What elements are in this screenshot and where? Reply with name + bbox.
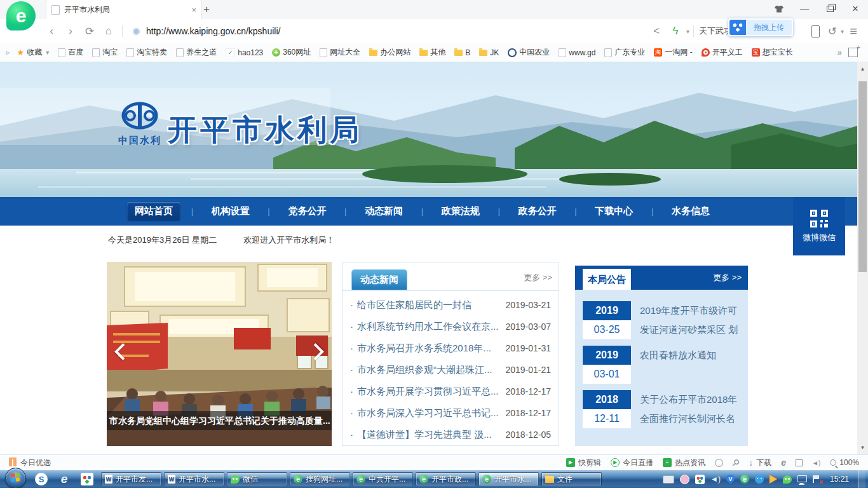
- page-scrollbar[interactable]: ▲ ▼: [857, 62, 868, 454]
- taskbar-clock[interactable]: 15:21: [830, 475, 849, 484]
- bookmark-item[interactable]: 中国农业: [508, 47, 550, 58]
- sogou-icon[interactable]: S: [35, 473, 48, 485]
- daily-picks-button[interactable]: 今日优选: [9, 458, 51, 468]
- nav-item-policies[interactable]: 政策法规: [434, 202, 487, 220]
- collapse-icon[interactable]: ▹: [6, 48, 10, 57]
- reload-button[interactable]: ⟳: [80, 22, 99, 41]
- bookmark-item[interactable]: 广东专业: [604, 47, 645, 58]
- messenger-tray-icon[interactable]: [755, 475, 764, 484]
- news-row[interactable]: ·市水务局深入学习习近平总书记... 2018-12-17: [350, 402, 551, 424]
- minimize-button[interactable]: —: [792, 0, 817, 18]
- taskbar-item-browser2[interactable]: e中共开平...: [353, 472, 413, 486]
- site-info-icon[interactable]: [133, 28, 140, 35]
- news-row[interactable]: ·给市区住家船居民的一封信 2019-03-21: [350, 294, 551, 316]
- bookmark-item[interactable]: B: [454, 48, 470, 57]
- bookmark-item[interactable]: 办公网站: [369, 47, 410, 58]
- address-bar[interactable]: [126, 25, 647, 37]
- notice-item[interactable]: 2019 03-01 农田春耕放水通知: [583, 346, 740, 384]
- start-button[interactable]: [5, 468, 26, 488]
- news-link-text[interactable]: 【道德讲堂】学习先进典型 汲...: [357, 429, 492, 440]
- 360-browser-tray-icon[interactable]: e: [740, 475, 749, 484]
- close-button[interactable]: ×: [843, 0, 868, 18]
- bookmark-item[interactable]: 淘宝特卖: [126, 47, 167, 58]
- nav-item-downloads[interactable]: 下载中心: [587, 202, 641, 220]
- bookmark-item[interactable]: 网址大全: [320, 47, 360, 58]
- quick-edit-button[interactable]: ▶快剪辑: [566, 458, 601, 468]
- news-row[interactable]: ·【道德讲堂】学习先进典型 汲... 2018-12-05: [350, 424, 551, 445]
- scrollbar-thumb[interactable]: [858, 81, 867, 272]
- bookmark-item[interactable]: www.gd: [559, 48, 595, 57]
- share-icon[interactable]: <: [647, 22, 666, 41]
- news-link-text[interactable]: 水利系统节约用水工作会议在京...: [357, 321, 499, 332]
- bookmark-item[interactable]: 宝想宝宝长: [752, 47, 793, 58]
- photo-carousel[interactable]: 市水务局党组中心组学习习近平总书记关于推动高质量...: [107, 262, 332, 446]
- undo-button[interactable]: ↺: [825, 22, 839, 41]
- news-link-text[interactable]: 市水务局深入学习习近平总书记...: [357, 407, 499, 418]
- volume-icon[interactable]: ◄): [710, 475, 721, 484]
- carousel-caption[interactable]: 市水务局党组中心组学习习近平总书记关于推动高质量...: [107, 411, 332, 430]
- browser-tab[interactable]: 开平市水利局 ×: [46, 0, 202, 19]
- bookmark-item[interactable]: 养生之道: [176, 47, 217, 58]
- speaker-icon[interactable]: ◄): [812, 459, 820, 466]
- home-button[interactable]: ⌂: [99, 22, 118, 41]
- network-icon[interactable]: [797, 475, 807, 482]
- bookmark-item[interactable]: 开平义工: [702, 47, 743, 58]
- ie-mode-icon[interactable]: e: [781, 458, 786, 468]
- taskbar-item-doc2[interactable]: W开平市水...: [164, 472, 224, 486]
- bookmark-item[interactable]: 其他: [419, 47, 445, 58]
- theme-button[interactable]: [766, 0, 792, 18]
- notice-item[interactable]: 2018 12-11 关于公布开平市2018年 全面推行河长制河长名: [583, 390, 740, 428]
- weibo-wechat-panel[interactable]: 微博微信: [793, 197, 845, 255]
- notice-link[interactable]: 2019年度开平市级许可 发证河道河砂禁采区 划: [640, 301, 738, 339]
- security-shield-icon[interactable]: V: [726, 475, 735, 484]
- notice-link[interactable]: 关于公布开平市2018年 全面推行河长制河长名: [640, 390, 737, 428]
- tab-notices[interactable]: 本局公告: [583, 269, 631, 290]
- pin-icon[interactable]: ⚲: [730, 457, 742, 469]
- new-tab-button[interactable]: +: [198, 2, 215, 17]
- taskbar-item-browser1[interactable]: e搜狗网址...: [290, 472, 350, 486]
- menu-button[interactable]: ≡: [844, 22, 863, 41]
- download-button[interactable]: ↓下载: [749, 458, 771, 468]
- taskbar-item-browser-active[interactable]: e开平市水...: [478, 472, 539, 486]
- 360-tray-icon[interactable]: [695, 475, 705, 484]
- taskbar-item-wechat[interactable]: 微信: [227, 472, 287, 486]
- bookmark-item[interactable]: 淘宝: [92, 47, 118, 58]
- favorites-button[interactable]: ★ 收藏 ▾: [17, 47, 50, 58]
- nav-item-water-info[interactable]: 水务信息: [664, 202, 717, 220]
- lightning-icon[interactable]: ϟ: [666, 22, 685, 41]
- notice-more-link[interactable]: 更多 >>: [713, 272, 742, 283]
- browser-logo[interactable]: e: [6, 1, 36, 30]
- news-more-link[interactable]: 更多 >>: [524, 272, 552, 283]
- drag-upload-tooltip[interactable]: 拖拽上传: [728, 18, 793, 36]
- news-row[interactable]: ·市水务局组织参观“大潮起珠江... 2019-01-21: [350, 359, 551, 381]
- news-row[interactable]: ·市水务局开展学习贯彻习近平总... 2018-12-17: [350, 381, 551, 402]
- nav-item-organization[interactable]: 机构设置: [204, 202, 257, 220]
- notice-item[interactable]: 2019 03-25 2019年度开平市级许可 发证河道河砂禁采区 划: [583, 301, 740, 339]
- notice-link[interactable]: 农田春耕放水通知: [640, 346, 716, 384]
- news-link-text[interactable]: 市水务局召开水务系统2018年...: [357, 342, 491, 353]
- zoom-control[interactable]: 100%: [830, 458, 859, 467]
- apps-grid-icon[interactable]: [848, 48, 858, 57]
- hot-news-button[interactable]: ≡热点资讯: [663, 458, 705, 468]
- bookmark-item[interactable]: 百度: [58, 47, 83, 58]
- taskbar-item-files[interactable]: 文件: [541, 472, 602, 486]
- split-window-icon[interactable]: [796, 459, 803, 466]
- scroll-up-icon[interactable]: ▲: [857, 66, 868, 72]
- tab-news[interactable]: 动态新闻: [351, 269, 407, 290]
- nav-item-news[interactable]: 动态新闻: [357, 202, 410, 220]
- taskbar-item-doc1[interactable]: W开平市发...: [101, 472, 161, 486]
- media-tray-icon[interactable]: [770, 475, 777, 484]
- speed-icon[interactable]: [715, 459, 723, 467]
- news-row[interactable]: ·市水务局召开水务系统2018年... 2019-01-31: [350, 337, 551, 359]
- 360-safety-icon[interactable]: [81, 473, 93, 485]
- live-button[interactable]: ▶今日直播: [611, 458, 653, 468]
- restore-button[interactable]: [817, 0, 843, 18]
- bookmark-item[interactable]: +360网址: [272, 47, 311, 58]
- news-link-text[interactable]: 市水务局开展学习贯彻习近平总...: [357, 386, 499, 396]
- scroll-down-icon[interactable]: ▼: [857, 445, 868, 451]
- chevron-down-icon[interactable]: ▾: [686, 28, 689, 35]
- action-center-flag-icon[interactable]: [813, 475, 820, 483]
- news-row[interactable]: ·水利系统节约用水工作会议在京... 2019-03-07: [350, 316, 551, 337]
- nav-item-party-affairs[interactable]: 党务公开: [280, 202, 334, 220]
- bookmark-item[interactable]: ✓hao123: [226, 48, 263, 57]
